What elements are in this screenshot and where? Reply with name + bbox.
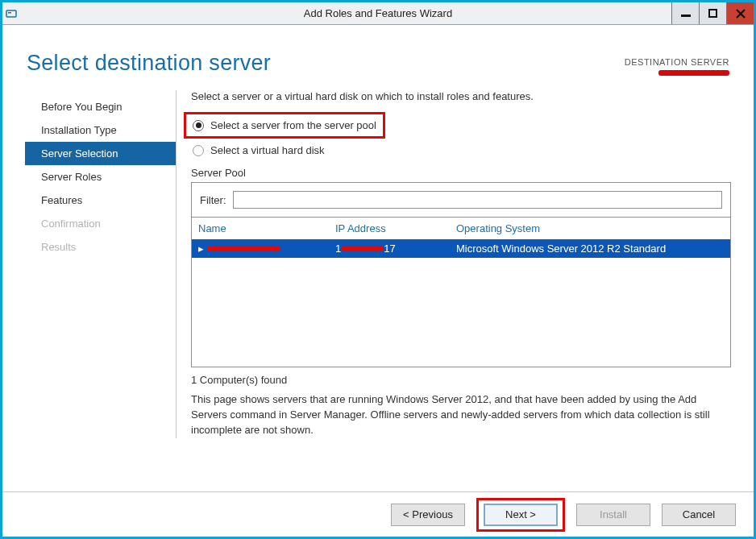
nav-installation-type[interactable]: Installation Type <box>25 118 176 142</box>
destination-server-name-redacted <box>625 68 729 76</box>
filter-label: Filter: <box>200 194 226 206</box>
nav-features[interactable]: Features <box>25 189 176 212</box>
previous-button[interactable]: < Previous <box>391 504 465 526</box>
instruction-text: Select a server or a virtual hard disk o… <box>191 90 731 102</box>
radio-select-vhd[interactable]: Select a virtual hard disk <box>191 142 731 159</box>
svg-rect-1 <box>8 12 11 14</box>
server-row[interactable]: ▸ 1 17 Microsoft Windows Server 2012 R2 … <box>192 239 730 258</box>
server-ip-suffix: 17 <box>384 243 395 255</box>
server-os-cell: Microsoft Windows Server 2012 R2 Standar… <box>456 243 724 255</box>
titlebar: Add Roles and Features Wizard <box>2 2 754 25</box>
wizard-footer: < Previous Next > Install Cancel <box>2 491 754 537</box>
nav-before-you-begin[interactable]: Before You Begin <box>25 95 176 118</box>
radio-icon <box>193 120 204 131</box>
radio-select-vhd-label: Select a virtual hard disk <box>210 144 325 156</box>
next-button[interactable]: Next > <box>484 504 558 526</box>
nav-server-roles[interactable]: Server Roles <box>25 165 176 189</box>
minimize-button[interactable] <box>671 2 699 24</box>
maximize-button[interactable] <box>699 2 726 24</box>
page-description: This page shows servers that are running… <box>191 392 731 438</box>
nav-server-selection[interactable]: Server Selection <box>25 142 176 165</box>
cancel-button[interactable]: Cancel <box>662 504 736 526</box>
install-button: Install <box>576 504 650 526</box>
highlight-next: Next > <box>476 498 565 532</box>
svg-rect-0 <box>6 10 16 17</box>
col-name[interactable]: Name <box>198 222 335 234</box>
server-ip-cell: 1 17 <box>335 243 456 255</box>
close-button[interactable] <box>726 2 754 24</box>
radio-select-server-pool-label: Select a server from the server pool <box>210 119 376 131</box>
radio-icon <box>193 145 204 156</box>
filter-input[interactable] <box>233 191 723 209</box>
col-ip[interactable]: IP Address <box>335 222 456 234</box>
nav-confirmation: Confirmation <box>25 212 176 235</box>
server-name-cell: ▸ <box>198 243 335 255</box>
app-icon <box>2 8 20 19</box>
destination-server-box: DESTINATION SERVER <box>625 57 729 76</box>
computers-found: 1 Computer(s) found <box>191 374 731 386</box>
nav-results: Results <box>25 235 176 259</box>
grid-header: Name IP Address Operating System <box>192 218 730 239</box>
server-name-redacted <box>207 246 280 251</box>
wizard-nav: Before You Begin Installation Type Serve… <box>25 90 177 438</box>
server-grid: Name IP Address Operating System ▸ 1 17 … <box>191 218 731 367</box>
server-pool-label: Server Pool <box>191 167 731 179</box>
highlight-radio-server-pool: Select a server from the server pool <box>184 112 385 139</box>
server-ip-redacted <box>342 246 384 251</box>
radio-select-server-pool[interactable]: Select a server from the server pool <box>191 117 378 134</box>
filter-box: Filter: <box>191 182 731 218</box>
destination-server-label: DESTINATION SERVER <box>625 57 729 67</box>
col-os[interactable]: Operating System <box>456 222 724 234</box>
window-title: Add Roles and Features Wizard <box>2 7 754 19</box>
